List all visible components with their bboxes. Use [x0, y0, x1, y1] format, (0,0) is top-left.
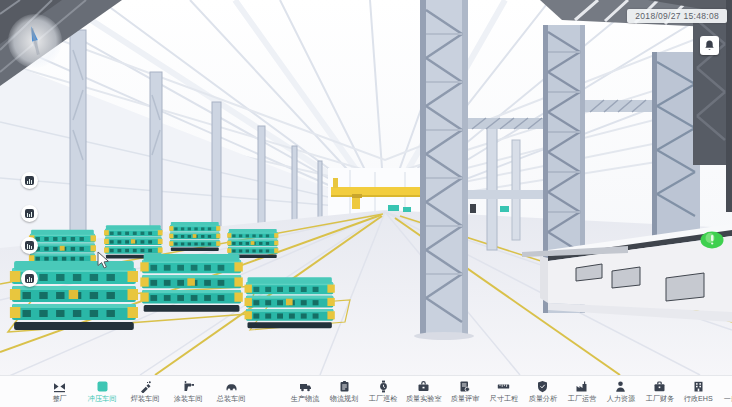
- module-quality-analysis[interactable]: 质量分析: [526, 380, 560, 404]
- module-label: 人力资源: [606, 394, 635, 404]
- module-factory-inspection[interactable]: 工厂巡检: [366, 380, 400, 404]
- module-factory-operations[interactable]: 工厂运营: [565, 380, 599, 404]
- module-label: 质量实验室: [406, 394, 442, 404]
- tab-paint-shop[interactable]: 涂装车间: [171, 380, 205, 404]
- module-label: 物流规划: [330, 394, 359, 404]
- tab-label: 冲压车间: [88, 394, 117, 404]
- module-label: 尺寸工程: [489, 394, 518, 404]
- hotspot-button-2[interactable]: [21, 205, 38, 222]
- tab-plant-overview[interactable]: 整厂: [42, 380, 76, 404]
- module-logistics-planning[interactable]: 物流规划: [327, 380, 361, 404]
- module-factory-finance[interactable]: 工厂财务: [643, 380, 677, 404]
- viewport-3d[interactable]: [0, 0, 732, 375]
- module-label: 质量评审: [450, 394, 479, 404]
- tab-label: 涂装车间: [174, 394, 203, 404]
- steel-column-a: [414, 0, 474, 340]
- person-icon: [614, 380, 627, 393]
- module-buttons: 生产物流 物流规划 工厂巡检 质量实验室 质量评审 尺寸工程: [288, 380, 732, 404]
- tab-welding-shop[interactable]: 焊装车间: [128, 380, 162, 404]
- document-seal-icon: [458, 380, 471, 393]
- truck-icon: [299, 380, 312, 393]
- hotspot-button-4[interactable]: [21, 270, 38, 287]
- dashboard-icon: [25, 176, 34, 185]
- bottom-toolbar: 整厂 冲压车间 焊装车间 涂装车间 总装车间 生产物流: [0, 375, 732, 407]
- module-quality-lab[interactable]: 质量实验室: [405, 380, 443, 404]
- module-label: 一般规划: [723, 394, 732, 404]
- building-icon: [692, 380, 705, 393]
- module-label: 生产物流: [291, 394, 320, 404]
- module-admin-ehs[interactable]: 行政EHS: [682, 380, 716, 404]
- factory-chart-icon: [575, 380, 588, 393]
- paint-shop-icon: [182, 380, 195, 393]
- module-label: 行政EHS: [684, 394, 713, 404]
- welding-shop-icon: [139, 380, 152, 393]
- dashboard-icon: [25, 274, 34, 283]
- stamping-shop-icon: [96, 380, 109, 393]
- module-human-resources[interactable]: 人力资源: [604, 380, 638, 404]
- hotspot-button-3[interactable]: [21, 237, 38, 254]
- alert-marker[interactable]: [701, 232, 724, 249]
- tab-label: 整厂: [52, 394, 66, 404]
- hotspot-button-1[interactable]: [21, 172, 38, 189]
- module-label: 工厂巡检: [369, 394, 398, 404]
- ruler-icon: [497, 380, 510, 393]
- assembly-shop-icon: [225, 380, 238, 393]
- module-label: 质量分析: [528, 394, 557, 404]
- module-production-logistics[interactable]: 生产物流: [288, 380, 322, 404]
- module-label: 工厂财务: [645, 394, 674, 404]
- notification-button[interactable]: [700, 36, 719, 55]
- module-general-planning[interactable]: 一般规划: [721, 380, 732, 404]
- briefcase-icon: [653, 380, 666, 393]
- module-label: 工厂运营: [567, 394, 596, 404]
- bell-icon: [703, 39, 716, 52]
- module-quality-review[interactable]: 质量评审: [448, 380, 482, 404]
- app-window: 2018/09/27 15:48:08 整厂: [0, 0, 732, 407]
- shield-icon: [536, 380, 549, 393]
- tab-label: 焊装车间: [131, 394, 160, 404]
- tab-stamping-shop[interactable]: 冲压车间: [85, 380, 119, 404]
- dashboard-icon: [25, 209, 34, 218]
- compass-needle-icon: [20, 24, 50, 58]
- timestamp: 2018/09/27 15:48:08: [627, 9, 727, 23]
- compass-gizmo[interactable]: [8, 14, 62, 68]
- tab-label: 总装车间: [217, 394, 246, 404]
- tab-assembly-shop[interactable]: 总装车间: [214, 380, 248, 404]
- dashboard-icon: [25, 241, 34, 250]
- toolbox-icon: [417, 380, 430, 393]
- clipboard-icon: [338, 380, 351, 393]
- plant-overview-icon: [53, 380, 66, 393]
- module-dimensional-engineering[interactable]: 尺寸工程: [487, 380, 521, 404]
- workshop-tabs: 整厂 冲压车间 焊装车间 涂装车间 总装车间: [42, 380, 248, 404]
- watch-icon: [377, 380, 390, 393]
